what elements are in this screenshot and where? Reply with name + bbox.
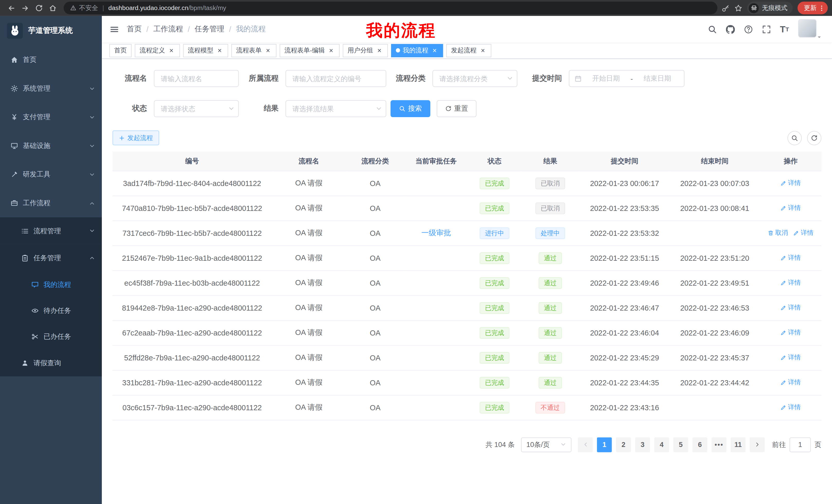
password-key-button[interactable]	[722, 4, 730, 12]
browser-back-button[interactable]	[4, 1, 18, 15]
close-tab-icon[interactable]: ×	[479, 47, 487, 54]
cell-result: 已取消	[521, 196, 579, 221]
result-select[interactable]	[285, 100, 386, 117]
status-select[interactable]	[154, 100, 239, 117]
page-button-6[interactable]: 6	[693, 437, 707, 452]
page-button-2[interactable]: 2	[616, 437, 631, 452]
more-pages-button[interactable]: •••	[712, 437, 727, 452]
tab-7[interactable]: 发起流程×	[446, 44, 491, 57]
page-button-1[interactable]: 1	[597, 437, 612, 452]
sidebar-item-tools[interactable]: 研发工具	[0, 160, 102, 189]
cell-status: 已完成	[468, 296, 521, 320]
sidebar-item-case[interactable]: 工作流程	[0, 189, 102, 217]
browser-home-button[interactable]	[46, 1, 59, 15]
help-button[interactable]	[744, 25, 753, 34]
detail-action-link[interactable]: 详情	[781, 403, 801, 412]
detail-action-link[interactable]: 详情	[781, 353, 801, 362]
tab-5[interactable]: 用户分组×	[343, 44, 388, 57]
sidebar-item-cut[interactable]: 已办任务	[0, 324, 102, 349]
category-select-input[interactable]	[433, 70, 517, 87]
create-process-button[interactable]: 发起流程	[113, 131, 159, 145]
close-tab-icon[interactable]: ×	[216, 47, 224, 54]
app-logo[interactable]: 芋道管理系统	[0, 16, 102, 46]
breadcrumb-item[interactable]: 任务管理	[194, 24, 225, 34]
page-button-3[interactable]: 3	[635, 437, 650, 452]
cell-id: 67c2eaab-7b9a-11ec-a290-acde48001122	[113, 320, 272, 345]
tab-1[interactable]: 流程定义×	[135, 44, 180, 57]
detail-action-link[interactable]: 详情	[781, 203, 801, 213]
font-size-button[interactable]: TT	[780, 25, 789, 34]
close-tab-icon[interactable]: ×	[264, 47, 272, 54]
tab-label: 首页	[114, 46, 127, 55]
search-button[interactable]: 搜索	[391, 100, 431, 117]
close-tab-icon[interactable]: ×	[327, 47, 335, 54]
tab-0[interactable]: 首页	[109, 44, 132, 57]
detail-action-link[interactable]: 详情	[781, 303, 801, 312]
close-tab-icon[interactable]: ×	[431, 47, 438, 54]
bookmark-star-button[interactable]	[734, 4, 742, 12]
rabbit-logo-icon	[9, 25, 21, 36]
browser-update-button[interactable]: 更新	[798, 2, 828, 15]
process-definition-input[interactable]	[285, 70, 386, 87]
sidebar-toggle-button[interactable]	[102, 25, 127, 34]
user-avatar[interactable]	[798, 19, 822, 39]
action-label: 详情	[788, 179, 801, 188]
detail-action-link[interactable]: 详情	[781, 253, 801, 262]
tab-4[interactable]: 流程表单-编辑×	[280, 44, 340, 57]
detail-action-link[interactable]: 详情	[781, 278, 801, 287]
task-link[interactable]: 一级审批	[421, 228, 451, 236]
toggle-search-button[interactable]	[787, 131, 802, 145]
reset-button[interactable]: 重置	[437, 100, 477, 117]
detail-action-link[interactable]: 详情	[781, 328, 801, 337]
fullscreen-button[interactable]	[762, 25, 771, 34]
sidebar-item-chat[interactable]: 我的流程	[0, 272, 102, 298]
github-link-button[interactable]	[726, 25, 735, 34]
sidebar-item-list[interactable]: 流程管理	[0, 217, 102, 244]
header-search-button[interactable]	[708, 25, 717, 34]
category-select[interactable]	[433, 70, 517, 87]
detail-action-link[interactable]: 详情	[781, 378, 801, 387]
sidebar-item-clip[interactable]: 任务管理	[0, 244, 102, 271]
breadcrumb-item[interactable]: 首页	[127, 24, 142, 34]
detail-action-link[interactable]: 详情	[793, 228, 813, 237]
cell-status: 已完成	[468, 345, 521, 370]
page-button-5[interactable]: 5	[673, 437, 688, 452]
start-date-placeholder: 开始日期	[585, 74, 627, 83]
table-row: 7470a810-7b9b-11ec-b5b7-acde48001122OA 请…	[113, 196, 822, 221]
action-label: 详情	[788, 203, 801, 213]
close-tab-icon[interactable]: ×	[167, 47, 175, 54]
sidebar-item-gear[interactable]: 系统管理	[0, 74, 102, 103]
sidebar-item-user[interactable]: 请假查询	[0, 349, 102, 376]
tab-6[interactable]: 我的流程×	[391, 44, 443, 57]
address-bar[interactable]: 不安全 | dashboard.yudao.iocoder.cn /bpm/ta…	[64, 2, 718, 15]
browser-forward-button[interactable]	[18, 1, 32, 15]
cell-actions: 详情	[760, 296, 821, 320]
tab-3[interactable]: 流程表单×	[231, 44, 277, 57]
cell-submit-time: 2022-01-22 23:44:35	[579, 370, 670, 395]
sidebar-item-eye[interactable]: 待办任务	[0, 298, 102, 324]
prev-page-button[interactable]	[578, 437, 593, 452]
refresh-table-button[interactable]	[807, 131, 822, 145]
filter-buttons: 搜索 重置	[391, 100, 476, 117]
page-size-select[interactable]: 10条/页	[521, 437, 572, 452]
close-tab-icon[interactable]: ×	[375, 47, 383, 54]
cell-result: 通过	[521, 271, 579, 296]
cell-current-task	[405, 296, 468, 320]
sidebar-item-home[interactable]: 首页	[0, 46, 102, 74]
sidebar-item-yen[interactable]: 支付管理	[0, 103, 102, 131]
process-name-input[interactable]	[154, 70, 239, 87]
tab-2[interactable]: 流程模型×	[183, 44, 228, 57]
status-select-input[interactable]	[154, 100, 239, 117]
detail-action-link[interactable]: 详情	[781, 179, 801, 188]
page-button-11[interactable]: 11	[731, 437, 746, 452]
action-label: 详情	[801, 228, 813, 237]
next-page-button[interactable]	[750, 437, 765, 452]
cancel-action-link[interactable]: 取消	[768, 228, 788, 237]
goto-page-input[interactable]	[789, 437, 811, 452]
breadcrumb-item[interactable]: 工作流程	[153, 24, 183, 34]
page-button-4[interactable]: 4	[654, 437, 669, 452]
submit-time-range-picker[interactable]: 开始日期 - 结束日期	[569, 70, 684, 87]
browser-reload-button[interactable]	[32, 1, 46, 15]
sidebar-item-infra[interactable]: 基础设施	[0, 132, 102, 160]
result-select-input[interactable]	[285, 100, 386, 117]
